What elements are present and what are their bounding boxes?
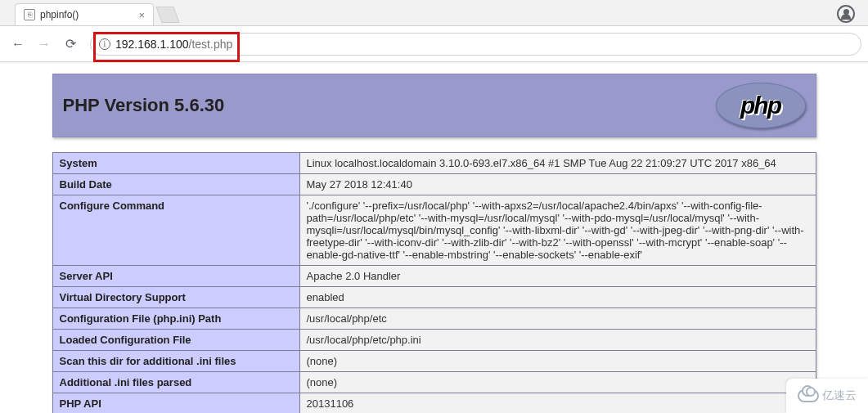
watermark: 亿速云 [786,379,868,413]
row-value: (none) [299,372,816,393]
table-row: SystemLinux localhost.localdomain 3.10.0… [52,153,816,174]
url-path: /test.php [189,38,233,51]
close-tab-icon[interactable]: × [138,9,145,21]
table-row: PHP API20131106 [52,393,816,414]
new-tab-button[interactable] [155,7,179,23]
row-key: Loaded Configuration File [52,330,299,351]
php-logo-text: php [740,92,780,119]
row-value: /usr/local/php/etc/php.ini [299,330,816,351]
row-value: Apache 2.0 Handler [299,266,816,287]
row-value: Linux localhost.localdomain 3.10.0-693.e… [299,153,816,174]
table-row: Configure Command'./configure' '--prefix… [52,195,816,266]
row-key: System [52,153,299,174]
php-logo: php [716,83,806,128]
php-version-title: PHP Version 5.6.30 [63,95,225,116]
row-key: Server API [52,266,299,287]
watermark-text: 亿速云 [822,388,857,403]
address-bar[interactable]: i 192.168.1.100/test.php [90,33,861,56]
row-key: Configure Command [52,195,299,266]
url-host: 192.168.1.100 [115,38,189,51]
row-key: Scan this dir for additional .ini files [52,351,299,372]
row-value: (none) [299,351,816,372]
table-row: Configuration File (php.ini) Path/usr/lo… [52,308,816,330]
table-row: Additional .ini files parsed(none) [52,372,816,393]
site-info-icon[interactable]: i [99,38,110,50]
row-value: './configure' '--prefix=/usr/local/php' … [299,195,816,266]
page-content: PHP Version 5.6.30 php SystemLinux local… [0,62,868,413]
reload-button[interactable]: ⟳ [59,33,82,56]
phpinfo-tbody: SystemLinux localhost.localdomain 3.10.0… [52,153,816,414]
row-value: 20131106 [299,393,816,414]
tab-title: phpinfo() [40,9,79,20]
url-text: 192.168.1.100/test.php [115,38,232,51]
favicon-icon: ⎘ [24,9,35,20]
forward-button[interactable]: → [33,33,56,56]
cloud-icon [798,389,819,402]
row-value: /usr/local/php/etc [299,308,816,330]
php-header: PHP Version 5.6.30 php [52,74,816,137]
row-key: PHP API [52,393,299,414]
table-row: Scan this dir for additional .ini files(… [52,351,816,372]
row-key: Additional .ini files parsed [52,372,299,393]
back-button[interactable]: ← [7,33,29,56]
row-key: Virtual Directory Support [52,287,299,308]
phpinfo-table: SystemLinux localhost.localdomain 3.10.0… [52,152,816,413]
table-row: Loaded Configuration File/usr/local/php/… [52,330,816,351]
row-value: May 27 2018 12:41:40 [299,174,816,195]
table-row: Server APIApache 2.0 Handler [52,266,816,287]
tab-strip: ⎘ phpinfo() × [0,0,868,26]
row-key: Configuration File (php.ini) Path [52,308,299,330]
table-row: Virtual Directory Supportenabled [52,287,816,308]
row-key: Build Date [52,174,299,195]
account-icon[interactable] [837,5,855,23]
browser-tab[interactable]: ⎘ phpinfo() × [15,3,154,25]
row-value: enabled [299,287,816,308]
toolbar: ← → ⟳ i 192.168.1.100/test.php [0,26,868,62]
table-row: Build DateMay 27 2018 12:41:40 [52,174,816,195]
